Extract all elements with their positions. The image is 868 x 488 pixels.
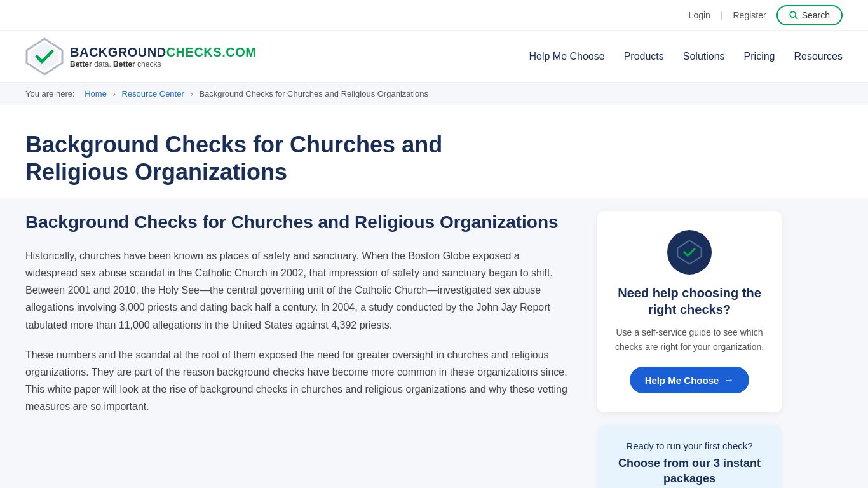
page-title-section: Background Checks for Churches and Relig… bbox=[0, 105, 572, 198]
help-card: Need help choosing the right checks? Use… bbox=[597, 211, 782, 412]
tagline-better1: Better bbox=[70, 60, 92, 69]
logo-name-dark: BACKGROUND bbox=[70, 45, 166, 59]
content-area: Background Checks for Churches and Relig… bbox=[0, 198, 868, 488]
svg-line-1 bbox=[795, 17, 797, 19]
search-icon bbox=[789, 11, 798, 20]
search-label: Search bbox=[802, 10, 830, 20]
nav-pricing[interactable]: Pricing bbox=[744, 51, 775, 62]
tagline-data: data. bbox=[94, 60, 111, 69]
logo-name: BACKGROUNDCHECKS.COM bbox=[70, 45, 256, 60]
register-link[interactable]: Register bbox=[733, 10, 766, 20]
nav-products[interactable]: Products bbox=[624, 51, 664, 62]
svg-marker-5 bbox=[680, 243, 698, 262]
breadcrumb-you-are-here: You are here: bbox=[25, 89, 75, 98]
svg-marker-3 bbox=[31, 43, 58, 71]
nav-solutions[interactable]: Solutions bbox=[683, 51, 725, 62]
tagline-better2: Better bbox=[113, 60, 135, 69]
logo-area: BACKGROUNDCHECKS.COM Better data. Better… bbox=[25, 37, 256, 76]
ready-card: Ready to run your first check? Choose fr… bbox=[597, 425, 782, 488]
ready-label: Ready to run your first check? bbox=[613, 440, 766, 451]
article-paragraph-1: Historically, churches have been known a… bbox=[25, 247, 572, 334]
logo-text: BACKGROUNDCHECKS.COM Better data. Better… bbox=[70, 45, 256, 69]
help-card-heading: Need help choosing the right checks? bbox=[613, 285, 766, 318]
main-nav: Help Me Choose Products Solutions Pricin… bbox=[529, 51, 843, 62]
logo-name-green: CHECKS.COM bbox=[166, 45, 257, 59]
divider: | bbox=[721, 10, 723, 20]
breadcrumb-current: Background Checks for Churches and Relig… bbox=[199, 89, 428, 98]
help-card-description: Use a self-service guide to see which ch… bbox=[613, 325, 766, 354]
login-link[interactable]: Login bbox=[689, 10, 710, 20]
header: BACKGROUNDCHECKS.COM Better data. Better… bbox=[0, 31, 868, 83]
help-card-icon bbox=[667, 230, 712, 274]
svg-point-0 bbox=[790, 11, 796, 17]
logo-tagline: Better data. Better checks bbox=[70, 60, 256, 69]
nav-resources[interactable]: Resources bbox=[794, 51, 843, 62]
article-heading: Background Checks for Churches and Relig… bbox=[25, 211, 572, 234]
sidebar: Need help choosing the right checks? Use… bbox=[597, 211, 782, 488]
breadcrumb-sep-2: › bbox=[190, 89, 193, 98]
page-title: Background Checks for Churches and Relig… bbox=[25, 131, 546, 186]
article-content: Background Checks for Churches and Relig… bbox=[25, 211, 572, 488]
search-button[interactable]: Search bbox=[776, 5, 843, 25]
nav-help-me-choose[interactable]: Help Me Choose bbox=[529, 51, 604, 62]
help-me-choose-button[interactable]: Help Me Choose → bbox=[630, 367, 750, 393]
breadcrumb-sep-1: › bbox=[113, 89, 116, 98]
breadcrumb-home[interactable]: Home bbox=[85, 89, 107, 98]
ready-card-heading: Choose from our 3 instant packages bbox=[613, 456, 766, 486]
logo-icon bbox=[25, 37, 64, 76]
breadcrumb-resource-center[interactable]: Resource Center bbox=[122, 89, 184, 98]
breadcrumb: You are here: Home › Resource Center › B… bbox=[0, 83, 868, 105]
top-bar: Login | Register Search bbox=[0, 0, 868, 31]
article-paragraph-2: These numbers and the scandal at the roo… bbox=[25, 346, 572, 416]
help-me-choose-btn-label: Help Me Choose bbox=[645, 375, 719, 386]
arrow-icon: → bbox=[724, 374, 734, 386]
logo-icon-small bbox=[677, 240, 702, 265]
tagline-checks: checks bbox=[137, 60, 161, 69]
